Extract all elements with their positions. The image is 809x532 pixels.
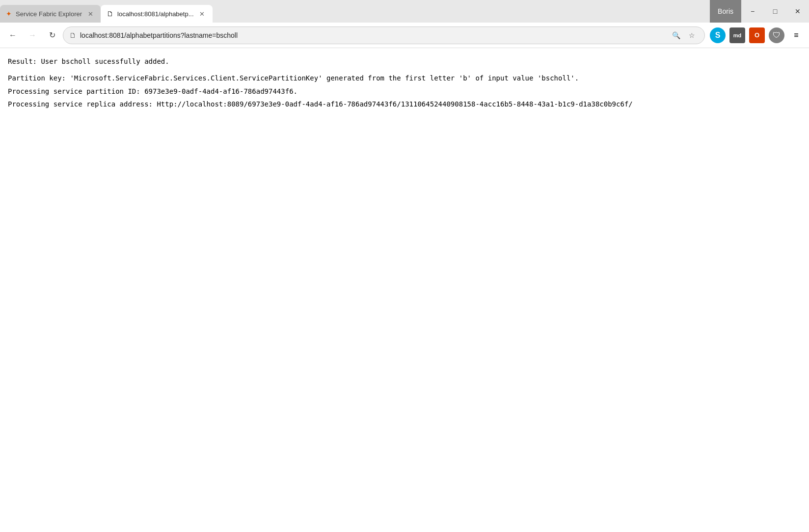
- partition-id-line: Processing service partition ID: 6973e3e…: [8, 86, 801, 97]
- office-icon: O: [749, 27, 765, 43]
- tab2-close[interactable]: ✕: [198, 9, 207, 18]
- tab1-icon: ✦: [6, 10, 12, 18]
- forward-button[interactable]: →: [24, 27, 41, 44]
- titlebar: ✦ Service Fabric Explorer ✕ 🗋 localhost:…: [0, 0, 809, 23]
- shield-icon: 🛡: [769, 27, 784, 43]
- page-icon: 🗋: [69, 31, 76, 39]
- tab-localhost[interactable]: 🗋 localhost:8081/alphabetp... ✕: [101, 5, 212, 23]
- tab1-close[interactable]: ✕: [86, 9, 95, 18]
- shield-button[interactable]: 🛡: [768, 27, 785, 44]
- toolbar-right: S md O 🛡 ≡: [709, 27, 805, 44]
- close-button[interactable]: ✕: [786, 0, 809, 23]
- navbar: ← → ↻ 🗋 🔍 ☆ S md O 🛡 ≡: [0, 23, 809, 48]
- menu-icon: ≡: [794, 31, 798, 40]
- tab2-icon: 🗋: [107, 10, 113, 18]
- user-label: Boris: [710, 0, 741, 23]
- result-line: Result: User bscholl sucessfully added.: [8, 56, 801, 67]
- bookmark-icon[interactable]: ☆: [685, 28, 699, 42]
- minimize-button[interactable]: −: [741, 0, 764, 23]
- back-button[interactable]: ←: [4, 27, 22, 44]
- maximize-button[interactable]: □: [764, 0, 786, 23]
- replica-address-line: Processing service replica address: Http…: [8, 99, 801, 109]
- address-bar-container: 🗋 🔍 ☆: [63, 27, 705, 44]
- window-controls: − □ ✕: [741, 0, 809, 23]
- search-icon[interactable]: 🔍: [669, 28, 683, 42]
- menu-button[interactable]: ≡: [787, 27, 805, 44]
- md-button[interactable]: md: [728, 27, 746, 44]
- office-button[interactable]: O: [748, 27, 766, 44]
- tab1-label: Service Fabric Explorer: [16, 10, 82, 18]
- partition-key-line: Partition key: 'Microsoft.ServiceFabric.…: [8, 73, 801, 83]
- md-icon: md: [729, 27, 745, 43]
- address-right-icons: 🔍 ☆: [669, 28, 699, 42]
- tab2-label: localhost:8081/alphabetp...: [117, 10, 193, 18]
- skype-icon: S: [710, 27, 726, 43]
- address-input[interactable]: [80, 31, 665, 39]
- tab-service-fabric[interactable]: ✦ Service Fabric Explorer ✕: [0, 5, 101, 23]
- reload-button[interactable]: ↻: [43, 27, 61, 44]
- tabs-area: ✦ Service Fabric Explorer ✕ 🗋 localhost:…: [0, 0, 710, 23]
- skype-button[interactable]: S: [709, 27, 727, 44]
- main-content: Result: User bscholl sucessfully added. …: [0, 48, 809, 532]
- content-block: Partition key: 'Microsoft.ServiceFabric.…: [8, 73, 801, 109]
